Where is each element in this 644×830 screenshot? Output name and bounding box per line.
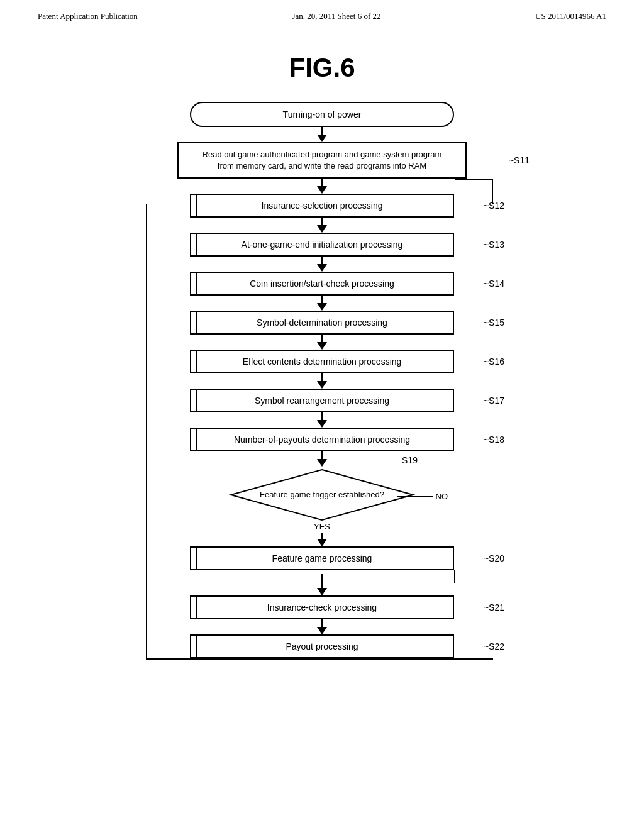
s13-label: ~S13 <box>484 240 504 250</box>
yes-branch: YES <box>314 522 330 546</box>
main-loop: Insurance-selection processing ~S12 At-o… <box>114 179 530 658</box>
s12-label: ~S12 <box>484 201 504 211</box>
s15-row: Symbol-determination processing ~S15 <box>133 311 511 335</box>
start-label: Turning-on of power <box>283 109 362 119</box>
s19-step-label: S19 <box>402 455 418 465</box>
s19-diamond-svg: Feature game trigger established? <box>228 467 416 523</box>
s20-box: Feature game processing <box>190 546 454 570</box>
s18-box: Number-of-payouts determination processi… <box>190 428 454 451</box>
arrow-s20-s21 <box>317 583 327 595</box>
s21-box: Insurance-check processing <box>190 595 454 619</box>
arrow-1 <box>317 127 327 142</box>
s14-text: Coin insertion/start-check processing <box>250 279 394 289</box>
s16-box: Effect contents determination processing <box>190 350 454 374</box>
s19-container: S19 Feature game trigger established? NO… <box>133 467 511 546</box>
s12-box: Insurance-selection processing <box>190 194 454 218</box>
s18-row: Number-of-payouts determination processi… <box>133 428 511 451</box>
s16-label: ~S16 <box>484 357 504 367</box>
s22-row: Payout processing ~S22 <box>133 634 511 658</box>
s13-row: At-one-game-end initialization processin… <box>133 233 511 257</box>
s22-label: ~S22 <box>484 641 504 651</box>
arrow-s14-s15 <box>317 296 327 311</box>
arrow-s11-s12 <box>317 179 327 194</box>
header-right: US 2011/0014966 A1 <box>535 11 606 21</box>
loop-bottom-h <box>146 658 493 660</box>
arrow-s16-s17 <box>317 374 327 389</box>
s12-text: Insurance-selection processing <box>262 201 383 211</box>
s16-row: Effect contents determination processing… <box>133 350 511 374</box>
s18-text: Number-of-payouts determination processi… <box>234 434 410 445</box>
s11-box: Read out game authenticated program and … <box>177 142 467 179</box>
loop-back-line-h <box>455 179 493 180</box>
figure-area: FIG.6 Turning-on of power Read out game … <box>0 28 644 658</box>
arrow-s15-s16 <box>317 335 327 350</box>
s20-text: Feature game processing <box>272 553 372 563</box>
s13-text: At-one-game-end initialization processin… <box>242 240 403 250</box>
s17-label: ~S17 <box>484 396 504 406</box>
header-center: Jan. 20, 2011 Sheet 6 of 22 <box>292 11 380 21</box>
arrow-s12-s13 <box>317 218 327 233</box>
s14-label: ~S14 <box>484 279 504 289</box>
yes-label: YES <box>314 522 330 531</box>
s18-label: ~S18 <box>484 434 504 445</box>
s11-label: ~S11 <box>509 155 530 165</box>
s11-text: Read out game authenticated program and … <box>203 150 442 170</box>
s22-text: Payout processing <box>286 641 358 651</box>
loop-left-v <box>146 204 147 660</box>
s11-row: Read out game authenticated program and … <box>133 142 511 179</box>
header-left: Patent Application Publication <box>38 11 138 21</box>
arrow-s18-s19 <box>317 451 327 467</box>
s15-box: Symbol-determination processing <box>190 311 454 335</box>
figure-title: FIG.6 <box>289 53 355 83</box>
start-box: Turning-on of power <box>190 102 454 127</box>
svg-text:Feature game trigger establish: Feature game trigger established? <box>260 490 384 499</box>
arrow-s17-s18 <box>317 412 327 428</box>
s14-row: Coin insertion/start-check processing ~S… <box>133 272 511 296</box>
s20-s21-connector <box>133 570 511 583</box>
s12-row: Insurance-selection processing ~S12 <box>133 194 511 218</box>
start-node: Turning-on of power <box>133 102 511 127</box>
s22-box: Payout processing <box>190 634 454 658</box>
s15-label: ~S15 <box>484 318 504 328</box>
s21-label: ~S21 <box>484 602 504 612</box>
s17-row: Symbol rearrangement processing ~S17 <box>133 389 511 412</box>
no-label: NO <box>436 492 448 501</box>
s21-row: Insurance-check processing ~S21 <box>133 595 511 619</box>
s20-row: Feature game processing ~S20 <box>133 546 511 570</box>
arrow-s21-s22 <box>317 619 327 634</box>
s16-text: Effect contents determination processing <box>243 357 402 367</box>
s13-box: At-one-game-end initialization processin… <box>190 233 454 257</box>
no-branch: NO <box>397 492 448 501</box>
arrow-s13-s14 <box>317 257 327 272</box>
page-header: Patent Application Publication Jan. 20, … <box>0 0 644 28</box>
s15-text: Symbol-determination processing <box>257 318 387 328</box>
s17-text: Symbol rearrangement processing <box>255 396 389 406</box>
s17-box: Symbol rearrangement processing <box>190 389 454 412</box>
s21-text: Insurance-check processing <box>267 602 377 612</box>
s20-label: ~S20 <box>484 553 504 563</box>
s14-box: Coin insertion/start-check processing <box>190 272 454 296</box>
